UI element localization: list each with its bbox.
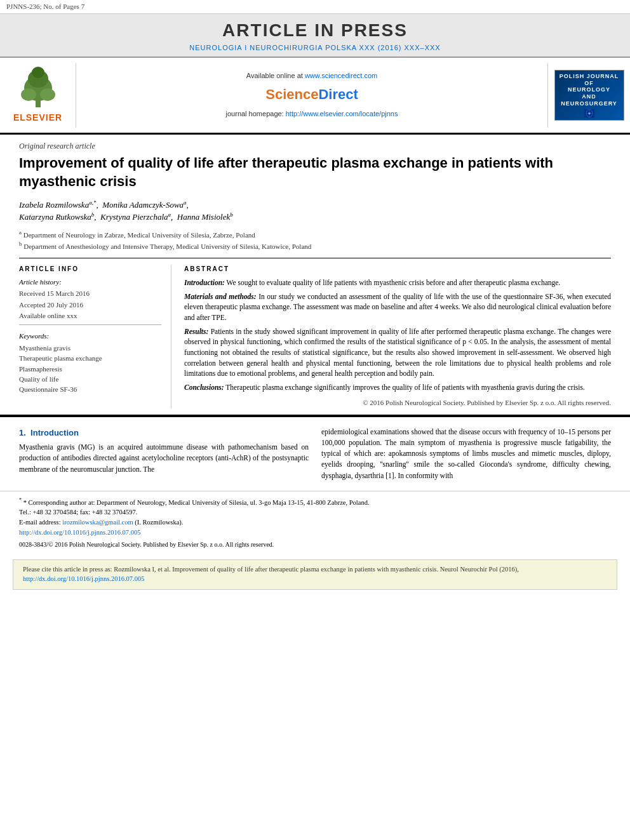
article-history-heading: Article history: bbox=[19, 277, 161, 287]
sciencedirect-url[interactable]: www.sciencedirect.com bbox=[305, 72, 377, 79]
article-title: Improvement of quality of life after the… bbox=[19, 154, 611, 190]
left-column: 1. Introduction Myasthenia gravis (MG) i… bbox=[19, 427, 309, 481]
journal-name: NEUROLOGIA I NEUROCHIRURGIA POLSKA XXX (… bbox=[0, 43, 630, 53]
divider bbox=[19, 258, 611, 258]
main-content: 1. Introduction Myasthenia gravis (MG) i… bbox=[0, 416, 630, 491]
fn-copyright: 0028-3843/© 2016 Polish Neurological Soc… bbox=[19, 540, 611, 549]
doi-link: http://dx.doi.org/10.1016/j.pjnns.2016.0… bbox=[19, 528, 611, 538]
sciencedirect-logo: ScienceDirect bbox=[265, 85, 358, 105]
journal-homepage-url[interactable]: http://www.elsevier.com/locate/pjnns bbox=[286, 110, 398, 117]
section-title: Introduction bbox=[30, 428, 79, 437]
abstract-copyright: © 2016 Polish Neurological Society. Publ… bbox=[184, 398, 611, 408]
thin-divider bbox=[19, 324, 161, 325]
affiliations: a Department of Neurology in Zabrze, Med… bbox=[19, 229, 611, 251]
article-type: Original research article bbox=[19, 141, 611, 152]
email-link[interactable]: irozmilowska@gmail.com bbox=[62, 519, 133, 526]
intro-left-text: Myasthenia gravis (MG) is an acquired au… bbox=[19, 442, 309, 475]
press-title: ARTICLE IN PRESS bbox=[0, 18, 630, 43]
abstract-conclusions: Conclusions: Therapeutic plasma exchange… bbox=[184, 382, 611, 393]
intro-right-text: epidemiological examinations showed that… bbox=[321, 427, 611, 481]
author-4: Krystyna Pierzchala bbox=[100, 212, 168, 222]
footnotes: * * Corresponding author at: Department … bbox=[0, 491, 630, 555]
abstract-intro: Introduction: We sought to evaluate qual… bbox=[184, 277, 611, 288]
citation-doi[interactable]: http://dx.doi.org/10.1016/j.pjnns.2016.0… bbox=[23, 575, 144, 582]
svg-point-2 bbox=[21, 88, 36, 101]
press-banner: ARTICLE IN PRESS NEUROLOGIA I NEUROCHIRU… bbox=[0, 14, 630, 58]
header-section: ELSEVIER Available online at www.science… bbox=[0, 58, 630, 135]
info-section: ARTICLE INFO Article history: Received 1… bbox=[19, 265, 611, 408]
header-right: POLISH JOURNAL OFNEUROLOGYAND NEUROSURGE… bbox=[547, 63, 630, 128]
citation-bar: Please cite this article in press as: Ro… bbox=[13, 559, 617, 589]
affiliation-b: b Department of Anesthesiology and Inten… bbox=[19, 240, 611, 251]
top-bar: PJNNS-236; No. of Pages 7 bbox=[0, 0, 630, 14]
author-3: Katarzyna Rutkowska bbox=[19, 212, 91, 222]
corresponding-author: * * Corresponding author at: Department … bbox=[19, 497, 611, 507]
svg-point-5 bbox=[32, 67, 44, 78]
keyword-1: Myasthenia gravis bbox=[19, 343, 161, 353]
elsevier-text: ELSEVIER bbox=[13, 112, 62, 124]
abstract-results: Results: Patients in the study showed si… bbox=[184, 326, 611, 379]
article-info: ARTICLE INFO Article history: Received 1… bbox=[19, 265, 171, 408]
keyword-2: Therapeutic plasma exchange bbox=[19, 354, 161, 363]
keyword-4: Quality of life bbox=[19, 375, 161, 384]
author-2: Monika Adamczyk-Sowa bbox=[102, 200, 184, 210]
article-body: Original research article Improvement of… bbox=[0, 135, 630, 415]
journal-cover: POLISH JOURNAL OFNEUROLOGYAND NEUROSURGE… bbox=[554, 70, 624, 121]
elsevier-logo: ELSEVIER bbox=[0, 63, 76, 128]
doi-anchor[interactable]: http://dx.doi.org/10.1016/j.pjnns.2016.0… bbox=[19, 529, 140, 536]
elsevier-tree-icon bbox=[13, 66, 64, 110]
keyword-5: Questionnaire SF-36 bbox=[19, 385, 161, 394]
article-info-heading: ARTICLE INFO bbox=[19, 265, 161, 274]
section-number: 1. Introduction bbox=[19, 427, 309, 439]
right-column: epidemiological examinations showed that… bbox=[321, 427, 611, 481]
keyword-3: Plasmapheresis bbox=[19, 364, 161, 374]
journal-homepage: journal homepage: http://www.elsevier.co… bbox=[226, 109, 398, 119]
abstract-methods: Materials and methods: In our study we c… bbox=[184, 291, 611, 323]
author-5: Hanna Misiolek bbox=[177, 212, 230, 222]
abstract-heading: ABSTRACT bbox=[184, 265, 611, 274]
available-online: Available online xxx bbox=[19, 311, 161, 321]
email-line: E-mail address: irozmilowska@gmail.com (… bbox=[19, 517, 611, 528]
available-online: Available online at www.sciencedirect.co… bbox=[246, 71, 377, 81]
abstract-text: Introduction: We sought to evaluate qual… bbox=[184, 277, 611, 408]
tel-fax: Tel.: +48 32 3704584; fax: +48 32 370459… bbox=[19, 507, 611, 517]
author-1: Izabela Rozmilowska bbox=[19, 200, 89, 210]
svg-point-3 bbox=[40, 88, 55, 101]
journal-id: PJNNS-236; No. of Pages 7 bbox=[6, 2, 84, 11]
received-date: Received 15 March 2016 bbox=[19, 289, 161, 298]
authors: Izabela Rozmilowskaa,*, Monika Adamczyk-… bbox=[19, 199, 611, 223]
abstract-section: ABSTRACT Introduction: We sought to eval… bbox=[184, 265, 611, 408]
affiliation-a: a Department of Neurology in Zabrze, Med… bbox=[19, 229, 611, 240]
journal-cover-image bbox=[573, 109, 605, 117]
accepted-date: Accepted 20 July 2016 bbox=[19, 300, 161, 310]
keywords-heading: Keywords: bbox=[19, 331, 161, 341]
citation-text: Please cite this article in press as: Ro… bbox=[23, 566, 519, 573]
header-middle: Available online at www.sciencedirect.co… bbox=[76, 63, 547, 128]
